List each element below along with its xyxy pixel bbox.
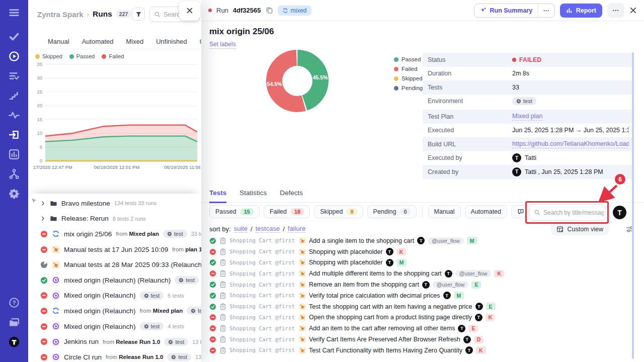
filter-automated[interactable]: Automated	[465, 205, 507, 218]
run-folder-row[interactable]: Release: Rerun8 tests 2 runs	[28, 211, 201, 227]
copy-icon[interactable]	[266, 7, 273, 14]
run-row[interactable]: Mixed origin (Relaunch)test5 tests	[28, 288, 201, 304]
check-icon[interactable]	[9, 31, 20, 42]
test-suite[interactable]: Shopping Cart @first...	[229, 336, 296, 343]
filter-failed[interactable]: Failed18	[264, 205, 310, 218]
user-avatar[interactable]: T	[613, 206, 626, 219]
run-row[interactable]: mixed origin (Relaunch)from Mixed plante…	[28, 303, 201, 319]
test-row[interactable]: Shopping Cart @first...Shopping with pla…	[201, 246, 641, 257]
run-row[interactable]: Circle CI runfrom Release Run 1.0test13 …	[28, 349, 201, 362]
filter-manual[interactable]: Manual	[428, 205, 461, 218]
test-suite[interactable]: Shopping Cart @first...	[229, 248, 296, 255]
test-title[interactable]: Remove an item from the shopping cart	[309, 281, 419, 288]
test-title[interactable]: Test Cart Functionality with Items Havin…	[309, 347, 462, 354]
test-title[interactable]: Shopping with placeholder	[309, 248, 383, 255]
test-suite[interactable]: Shopping Cart @first...	[229, 303, 296, 310]
test-row[interactable]: Shopping Cart @first...Verify total pric…	[201, 290, 641, 301]
test-row[interactable]: Shopping Cart @first...Verify Cart Items…	[201, 334, 641, 345]
report-button[interactable]: Report	[560, 4, 602, 18]
gear-icon[interactable]	[9, 188, 20, 199]
run-from: from Mixed plan	[116, 231, 159, 237]
test-title[interactable]: Add multiple different items to the shop…	[309, 270, 442, 277]
sort-link-testcase[interactable]: testcase	[256, 225, 280, 233]
test-row[interactable]: Shopping Cart @first...Test Cart Functio…	[201, 345, 641, 356]
runs-tab-mixed[interactable]: Mixed	[126, 38, 144, 45]
test-row[interactable]: Shopping Cart @first...Add multiple diff…	[201, 268, 641, 279]
run-row[interactable]: Jenkins runfrom Release Run 1.0test13 te…	[28, 334, 201, 349]
test-title[interactable]: Open the shopping cart from a product li…	[309, 314, 472, 321]
runs-tab-automated[interactable]: Automated	[82, 38, 114, 45]
run-summary-button[interactable]: Run Summary	[474, 4, 538, 17]
menu-icon[interactable]	[9, 7, 20, 18]
pulse-icon[interactable]	[9, 110, 20, 121]
set-labels-link[interactable]: Set labels	[209, 41, 236, 49]
custom-view-button[interactable]: Custom view	[551, 223, 609, 235]
sort-link-suite[interactable]: suite	[234, 225, 248, 233]
help-icon[interactable]: ?	[9, 297, 20, 308]
list-check-icon[interactable]	[9, 70, 20, 81]
test-title[interactable]: Verify total price calculation with deci…	[309, 292, 440, 299]
runs-tab-manual[interactable]: Manual	[48, 38, 69, 45]
test-title[interactable]: Verify Cart Items Are Preserved After Br…	[309, 336, 460, 343]
steps-icon[interactable]	[9, 90, 20, 101]
play-circle-icon[interactable]	[9, 51, 20, 62]
test-suite[interactable]: Shopping Cart @first...	[229, 292, 296, 299]
test-suite[interactable]: Shopping Cart @first...	[229, 314, 296, 321]
run-folder-row[interactable]: Bravo milestone124 tests 33 runs	[28, 196, 201, 211]
tab-statistics[interactable]: Statistics	[239, 189, 267, 202]
breadcrumb-project[interactable]: Zyntra Spark	[37, 10, 84, 19]
test-title[interactable]: Test the shopping cart with an item havi…	[309, 303, 472, 310]
close-run-icon[interactable]	[629, 7, 637, 14]
test-search[interactable]	[529, 204, 605, 221]
more-actions-button[interactable]: ⋯	[607, 3, 624, 18]
run-row[interactable]: mixed origin (Relaunch) (Relaunch)test	[28, 273, 201, 288]
filter-button[interactable]	[132, 8, 145, 21]
test-suite[interactable]: Shopping Cart @first...	[229, 347, 296, 353]
vertical-scrollbar[interactable]	[632, 52, 634, 359]
test-title[interactable]: Add an item to the cart after removing a…	[309, 325, 455, 332]
test-search-input[interactable]	[543, 209, 604, 216]
run-summary-more-button[interactable]: ⋯	[538, 4, 554, 17]
svg-text:17/2025 12:47 PM: 17/2025 12:47 PM	[33, 164, 72, 170]
run-row[interactable]: Mixed origin (Relaunch)test4 tests	[28, 319, 201, 334]
logo-t-icon[interactable]	[9, 336, 20, 347]
filter-passed[interactable]: Passed15	[209, 205, 260, 218]
runs-tab-unfinished[interactable]: Unfinished	[156, 38, 187, 45]
runs-tab-g[interactable]: G	[200, 38, 201, 45]
test-row[interactable]: Shopping Cart @first...Remove an item fr…	[201, 279, 641, 290]
test-suite[interactable]: Shopping Cart @first...	[229, 325, 296, 332]
chevron-right-icon[interactable]	[40, 201, 46, 206]
filter-skipped[interactable]: Skipped0	[314, 205, 363, 218]
tab-defects[interactable]: Defects	[280, 189, 303, 202]
test-title[interactable]: Shopping with placeholder	[309, 259, 383, 266]
run-row[interactable]: Manual tests at 17 Jun 2025 10:09from pl…	[28, 242, 201, 257]
bar-chart-icon[interactable]	[9, 149, 20, 160]
test-row[interactable]: Shopping Cart @first...Test the shopping…	[201, 301, 641, 312]
test-row[interactable]: Shopping Cart @first...Add a single item…	[201, 235, 641, 246]
run-row[interactable]: Manual tests at 28 Mar 2025 09:33 (Relau…	[28, 257, 201, 273]
tab-tests[interactable]: Tests	[209, 189, 226, 203]
filter-pending[interactable]: Pending0	[367, 205, 417, 218]
close-panel-button[interactable]	[179, 1, 200, 20]
run-row[interactable]: mix origin 25/06from Mixed plantest33 te…	[28, 226, 201, 242]
env-badge: test	[164, 338, 188, 346]
test-suite[interactable]: Shopping Cart @first...	[229, 270, 296, 277]
detail-link[interactable]: https://github.com/TetianaKhomenko/Load-…	[512, 140, 629, 148]
branch-icon[interactable]	[9, 168, 20, 179]
test-title[interactable]: Add a single item to the shopping cart	[309, 237, 414, 244]
passed-status-icon	[209, 303, 216, 310]
chevron-right-icon[interactable]	[40, 216, 46, 221]
test-row[interactable]: Shopping Cart @first...Open the shopping…	[201, 312, 641, 323]
test-row[interactable]: Shopping Cart @first...Add an item to th…	[201, 323, 641, 334]
folder-icon	[50, 200, 57, 207]
clipboard-icon	[219, 270, 226, 277]
test-suite[interactable]: Shopping Cart @first...	[229, 282, 296, 288]
sort-link-failure[interactable]: failure	[288, 225, 305, 233]
test-suite[interactable]: Shopping Cart @first...	[229, 237, 296, 244]
test-row[interactable]: Shopping Cart @first...Shopping with pla…	[201, 257, 641, 268]
detail-link[interactable]: Mixed plan	[512, 113, 542, 121]
import-icon[interactable]	[9, 129, 20, 140]
library-icon[interactable]	[9, 317, 20, 328]
test-suite[interactable]: Shopping Cart @first...	[229, 259, 296, 266]
run-tests-count: 13 tests	[195, 354, 201, 360]
